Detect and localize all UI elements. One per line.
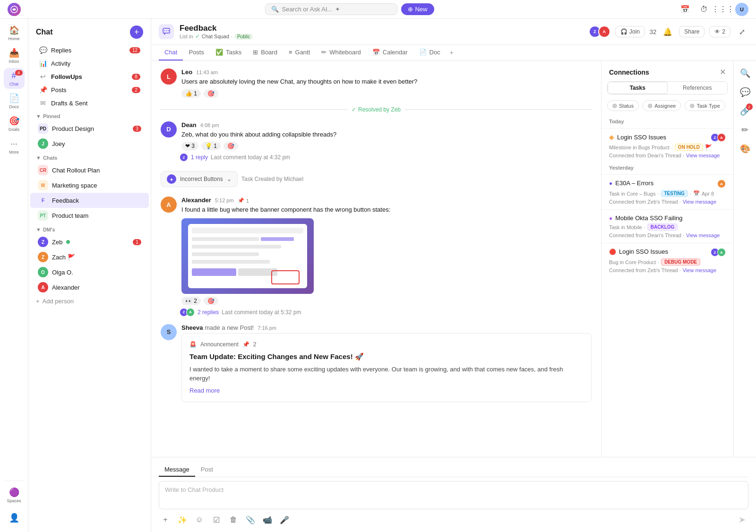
channel-marketing[interactable]: M Marketing space — [30, 178, 149, 193]
sidebar-item-add-user[interactable]: 👤 — [4, 507, 25, 528]
sidebar-nav-followups[interactable]: ↩ FollowUps 8 — [31, 70, 148, 83]
message-text: I found a little bug where the banner co… — [181, 205, 592, 215]
tab-tasks[interactable]: ✅ Tasks — [210, 45, 247, 60]
connections-tab-tasks[interactable]: Tasks — [608, 82, 668, 94]
apps-icon[interactable]: ⋮⋮⋮ — [716, 3, 730, 16]
sidebar-item-chat[interactable]: 4 # Chat — [4, 68, 25, 89]
close-button[interactable]: ✕ — [720, 68, 726, 77]
message-tab-post[interactable]: Post — [195, 463, 219, 477]
add-person-button[interactable]: + Add person — [28, 295, 151, 308]
toolbar-video[interactable]: 📹 — [261, 513, 274, 526]
connections-tab-references[interactable]: References — [668, 82, 728, 94]
connect-panel-icon[interactable]: 🔗 2 — [737, 103, 754, 120]
dm-zach[interactable]: Z Zach 🚩 — [30, 249, 149, 265]
calendar-icon[interactable]: 📅 — [679, 3, 692, 16]
connection-source: Connected from Dean's Thread · View mess… — [609, 232, 726, 238]
reaction[interactable]: 💡 1 — [201, 142, 221, 150]
share-button[interactable]: Share — [679, 26, 704, 37]
highlight-overlay — [271, 270, 300, 284]
tab-chat[interactable]: Chat — [159, 45, 183, 60]
add-tab-button[interactable]: + — [446, 45, 457, 60]
sidebar-item-docs[interactable]: 📄 Docs — [4, 91, 25, 112]
view-message-link[interactable]: View message — [686, 153, 720, 158]
tab-posts[interactable]: Posts — [183, 45, 210, 60]
reaction[interactable]: ❤ 3 — [181, 142, 198, 150]
view-message-link[interactable]: View message — [683, 199, 716, 205]
tab-whiteboard[interactable]: ✏ Whiteboard — [316, 45, 366, 60]
reaction[interactable]: 👀 2 — [181, 297, 201, 305]
reaction[interactable]: 👍 1 — [181, 89, 201, 98]
channel-chat-rollout[interactable]: CR Chat Rollout Plan — [30, 163, 149, 178]
dm-zeb[interactable]: Z Zeb 1 — [30, 234, 149, 249]
channel-product-team[interactable]: PT Product team — [30, 208, 149, 223]
sidebar-item-spaces[interactable]: 🟣 Spaces — [4, 485, 25, 506]
sidebar-item-inbox[interactable]: 📥 Inbox — [4, 45, 25, 66]
task-type-icon: ◎ — [690, 103, 695, 109]
sidebar-nav-posts[interactable]: 📌 Posts 2 — [31, 83, 148, 96]
sidebar-item-home[interactable]: 🏠 Home — [4, 23, 25, 43]
expand-icon[interactable]: ⤢ — [735, 25, 748, 38]
chat-panel-icon[interactable]: 💬 — [737, 84, 754, 101]
sidebar-item-more[interactable]: ··· More — [4, 136, 25, 157]
sidebar-item-goals[interactable]: 🎯 Goals — [4, 113, 25, 134]
toolbar-attach[interactable]: 📎 — [244, 513, 257, 526]
user-avatar[interactable]: U — [735, 3, 748, 16]
read-more-link[interactable]: Read more — [189, 387, 584, 394]
sidebar-nav-drafts[interactable]: ✉ Drafts & Sent — [31, 96, 148, 110]
toolbar-emoji[interactable]: ☺ — [193, 513, 206, 526]
search-panel-icon[interactable]: 🔍 — [737, 65, 754, 82]
notification-icon[interactable]: 🔔 — [661, 25, 674, 38]
assignee-icon: ◎ — [648, 103, 653, 109]
send-button[interactable]: ➤ — [735, 513, 748, 526]
channel-product-design[interactable]: PD Product Design 3 — [30, 121, 149, 136]
dm-alexander[interactable]: A Alexander — [30, 280, 149, 295]
reaction[interactable]: 🎯 — [223, 142, 238, 150]
activity-icon: 📊 — [39, 60, 47, 67]
dms-section-header[interactable]: ▼ DM's — [28, 223, 151, 234]
add-chat-button[interactable]: + — [130, 26, 143, 39]
pinned-section-header[interactable]: ▼ Pinned — [28, 110, 151, 121]
chat-rollout-avatar: CR — [38, 165, 48, 175]
reaction[interactable]: 🎯 — [204, 89, 218, 98]
filter-assignee[interactable]: ◎ Assignee — [643, 100, 681, 111]
filter-task-type[interactable]: ◎ Task Type — [685, 100, 725, 111]
new-button[interactable]: ⊕ New — [401, 3, 434, 15]
replies-icon: 💬 — [39, 46, 47, 54]
add-user-icon: 👤 — [9, 513, 19, 523]
toolbar-checklist[interactable]: ☑ — [210, 513, 223, 526]
edit-panel-icon[interactable]: ✏ — [737, 121, 754, 138]
app-logo[interactable] — [8, 3, 21, 16]
toolbar-plus[interactable]: + — [159, 513, 172, 526]
filter-status[interactable]: ◎ Status — [607, 100, 639, 111]
message-reactions: 👀 2 🎯 — [181, 297, 592, 305]
dm-olga[interactable]: O Olga O. — [30, 265, 149, 280]
tab-board[interactable]: ⊞ Board — [247, 45, 283, 60]
sidebar-nav-activity[interactable]: 📊 Activity — [31, 57, 148, 70]
task-banner[interactable]: ● Incorrect Buttons ⌄ — [161, 171, 238, 187]
palette-panel-icon[interactable]: 🎨 — [737, 140, 754, 157]
search-bar[interactable]: 🔍 Search or Ask AI... ✦ — [265, 3, 397, 15]
product-design-badge: 3 — [133, 126, 141, 132]
view-message-link[interactable]: View message — [683, 267, 716, 273]
reaction[interactable]: 🎯 — [204, 297, 218, 305]
message-input-box[interactable]: Write to Chat Product — [159, 481, 748, 509]
message-replies[interactable]: Z 1 reply Last comment today at 4:32 pm — [181, 153, 592, 162]
tab-gantt[interactable]: ≡ Gantt — [283, 45, 316, 60]
connection-login-sso-debug: 🔴 Login SSO Issues Z A Bug in Core Produ… — [601, 243, 733, 278]
join-button[interactable]: 🎧 Join — [615, 26, 645, 37]
sidebar-nav-replies[interactable]: 💬 Replies 12 — [31, 43, 148, 57]
tab-doc[interactable]: 📄 Doc — [413, 45, 446, 60]
toolbar-mic[interactable]: 🎤 — [278, 513, 291, 526]
toolbar-format[interactable]: 🗑 — [227, 513, 240, 526]
timer-icon[interactable]: ⏱ — [697, 3, 711, 16]
view-message-link[interactable]: View message — [686, 232, 720, 238]
message-leo: L Leo 11:43 am Users are absolutely lovi… — [161, 69, 592, 98]
message-tab-message[interactable]: Message — [159, 463, 195, 477]
channel-joey[interactable]: J Joey — [30, 136, 149, 151]
tab-calendar[interactable]: 📅 Calendar — [367, 45, 413, 60]
toolbar-sparkle[interactable]: ✨ — [176, 513, 189, 526]
views-button[interactable]: 👁 2 — [709, 26, 730, 37]
channel-feedback[interactable]: F Feedback — [30, 193, 149, 208]
message-replies[interactable]: Z A 2 replies Last comment today at 5:32… — [181, 308, 592, 317]
chats-section-header[interactable]: ▼ Chats — [28, 151, 151, 163]
